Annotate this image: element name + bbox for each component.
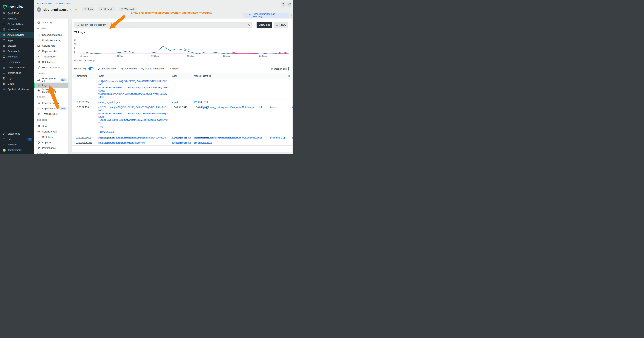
- remove-column-button[interactable]: [288, 75, 290, 77]
- add-column-button[interactable]: Add column: [120, 67, 137, 70]
- subnav-item-label: Deployments: [42, 107, 56, 110]
- subnav-item-scalability[interactable]: Scalability: [34, 134, 68, 140]
- subnav-item-sla[interactable]: SLA: [34, 124, 68, 129]
- subnav-item-service-map[interactable]: Service map: [34, 43, 68, 49]
- sidebar-item-apm-services[interactable]: APM & Services: [0, 32, 34, 38]
- add-to-dashboard-button[interactable]: Add to dashboard: [141, 67, 164, 70]
- sidebar-item-more[interactable]: [0, 92, 34, 97]
- pill-workloads[interactable]: Workloads: [119, 7, 137, 12]
- event-link: AssignmentCompletionMutation successful: [124, 136, 166, 139]
- x-axis-label: 10:30am: [187, 55, 195, 57]
- label-link[interactable]: assignment_api: [292, 136, 293, 139]
- servers-icon: [2, 72, 6, 74]
- copy-link-button[interactable]: [287, 2, 292, 7]
- ip-link[interactable]: 169.254.129.1: [100, 131, 114, 133]
- time-forward-button[interactable]: [290, 13, 293, 18]
- label-link[interactable]: import: [172, 101, 178, 104]
- event-link: AssignmentCompletionMutation successful: [219, 106, 262, 109]
- ip-link[interactable]: 169.254.129.1: [194, 101, 208, 104]
- subnav-item-transactions[interactable]: Transactions: [34, 54, 68, 59]
- event-link[interactable]: AssignmentCompletionMutation successful: [219, 136, 262, 139]
- search-icon: [2, 12, 6, 15]
- subnav-item-thread-profiler[interactable]: Thread profiler: [34, 111, 68, 117]
- time-range-button[interactable]: Since 30 minutes ago (GMT+2): [247, 13, 289, 18]
- sidebar-item-mobile[interactable]: Mobile: [0, 81, 34, 87]
- pill-metadata[interactable]: Metadata: [98, 7, 115, 12]
- sidebar-item-help[interactable]: Help70: [0, 136, 34, 142]
- subnav-item-vulnerability-management[interactable]: Vulnerability Management: [34, 88, 68, 93]
- sidebar-item-label: Add Data: [8, 18, 17, 20]
- subnav-item-databases[interactable]: Databases: [34, 59, 68, 65]
- table-row: 10:09:22.196cAh7D&code=eyJraWQiOiJjcGltY…: [72, 105, 292, 146]
- label-link[interactable]: sso: [100, 126, 104, 128]
- sidebar-item-quick-find[interactable]: Quick Find: [0, 11, 34, 16]
- event-link: create_or_update_user: [98, 101, 122, 104]
- sidebar-item-all-entities[interactable]: All Entities: [0, 27, 34, 32]
- legend-item-errors[interactable]: Errors: [74, 60, 82, 62]
- sidebar-item-add-data[interactable]: Add Data: [0, 16, 34, 21]
- subnav-item-issues-activity[interactable]: Issues & activity: [34, 100, 68, 106]
- label-link[interactable]: assignment_api: [176, 142, 191, 144]
- subnav-item-label: Summary: [42, 21, 52, 24]
- remove-column-button[interactable]: [188, 75, 191, 77]
- sidebar-item-add-user[interactable]: Add User: [0, 142, 34, 147]
- label-link[interactable]: assignment_api: [292, 106, 293, 109]
- expand-logs-toggle[interactable]: [88, 67, 94, 70]
- sidebar-item-apps[interactable]: Apps: [0, 38, 34, 43]
- remove-column-button[interactable]: [166, 75, 169, 77]
- breadcrumb-link[interactable]: APM & Services: [36, 2, 53, 5]
- subnav-item-summary[interactable]: Summary: [34, 20, 68, 25]
- event-link[interactable]: create_or_update_user: [98, 101, 122, 104]
- export-button[interactable]: Export: [168, 67, 179, 70]
- sidebar-item-synthetic-monitoring[interactable]: Synthetic Monitoring: [0, 87, 34, 92]
- subnav-item-external-services[interactable]: External services: [34, 65, 68, 70]
- logs-toolbar: Expand logs Expand table Add column Add …: [74, 66, 179, 71]
- subnav-item-distributed-tracing[interactable]: Distributed tracing: [34, 38, 68, 43]
- expand-table-button[interactable]: Expand table: [98, 67, 116, 70]
- subnav-item-logs[interactable]: Logs: [34, 83, 68, 88]
- sidebar-item-metrics-events[interactable]: Metrics & Events: [0, 65, 34, 70]
- query-logs-button[interactable]: Query logs: [256, 22, 272, 28]
- time-back-button[interactable]: [243, 13, 247, 18]
- breadcrumb-link[interactable]: Services - APM: [55, 2, 70, 5]
- sidebar-item-infrastructure[interactable]: Infrastructure: [0, 70, 34, 76]
- entity-dropdown[interactable]: [69, 8, 72, 12]
- ip-link[interactable]: 169.254.129.1: [198, 142, 212, 144]
- newrelic-logo[interactable]: new relic.: [0, 0, 34, 11]
- subnav-item-performance[interactable]: Performance: [34, 145, 68, 151]
- subnav-item-capacity[interactable]: Capacity: [34, 140, 68, 145]
- sidebar-item-discussions[interactable]: Discussions: [0, 131, 34, 136]
- favorite-star-icon[interactable]: ★: [75, 8, 78, 11]
- event-link[interactable]: AssignmentCompletionMutation successful: [102, 142, 145, 144]
- open-in-logs-button[interactable]: Open in logs: [269, 67, 288, 71]
- sidebar-item-all-capabilities[interactable]: All Capabilities: [0, 21, 34, 27]
- logs-timeseries-chart[interactable]: 0 Errors 15105010:15am10:20am10:25am10:3…: [74, 37, 289, 58]
- remove-column-button[interactable]: [93, 75, 95, 77]
- clear-query-button[interactable]: [248, 24, 250, 27]
- log-search-input[interactable]: event:* -"label":"security": [74, 22, 252, 28]
- sidebar-item-iterativ-gmbh[interactable]: Iterativ GmbH: [0, 147, 34, 153]
- panel-menu-button[interactable]: [284, 32, 288, 35]
- subnav-item-dependencies[interactable]: Dependencies: [34, 49, 68, 54]
- event-link[interactable]: AssignmentCompletionMutation successful: [219, 106, 262, 109]
- sidebar-item-dashboards[interactable]: Dashboards: [0, 49, 34, 54]
- subnav-item-errors-errors-inb-[interactable]: Errors (errors inb...New: [34, 77, 68, 83]
- subnav-item-recommendations[interactable]: Recommendations: [34, 32, 68, 38]
- legend-item-all-logs[interactable]: All Logs: [85, 60, 94, 62]
- sidebar-item-logs[interactable]: Logs: [0, 76, 34, 81]
- table-row: 10:10:35.305AssignmentCompletionMutation…: [170, 135, 192, 140]
- layers-icon: [2, 39, 6, 42]
- nrql-button[interactable]: NRQL: [274, 22, 288, 28]
- subnav-item-deployments[interactable]: DeploymentsNew: [34, 106, 68, 111]
- event-link[interactable]: cAh7D&code=eyJraWQiOiJjcGltY29yZV8wOTI1M…: [98, 106, 169, 125]
- subnav-item-service-levels[interactable]: Service levels: [34, 129, 68, 134]
- sidebar-item-browser[interactable]: Browser: [0, 43, 34, 49]
- query-bar: event:* -"label":"security" Query logs N…: [74, 22, 289, 28]
- event-link[interactable]: JUQVU&code=eyJraWQiOiJjcGltY29yZV8wOTI1M…: [98, 80, 169, 99]
- y-axis-label: 15: [74, 39, 76, 41]
- pill-tags[interactable]: Tags: [82, 7, 94, 12]
- event-link[interactable]: AssignmentCompletionMutation successful: [124, 136, 166, 139]
- sidebar-item-errors-inbox[interactable]: Errors Inbox: [0, 59, 34, 65]
- sidebar-item-alerts-ai[interactable]: Alerts & AI: [0, 54, 34, 59]
- help-button[interactable]: [281, 2, 286, 7]
